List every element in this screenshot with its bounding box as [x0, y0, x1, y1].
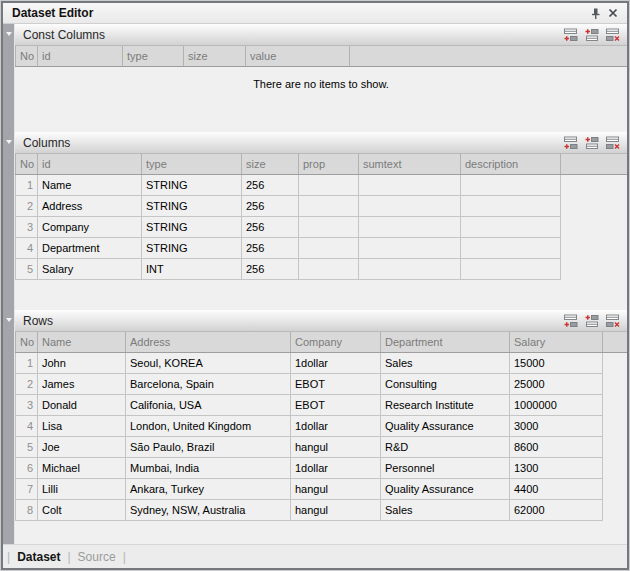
table-row[interactable]: 2 James Barcelona, Spain EBOT Consulting… [16, 373, 628, 394]
cell[interactable]: Personnel [381, 457, 510, 478]
cell[interactable]: Michael [38, 457, 126, 478]
cell[interactable] [359, 174, 461, 195]
delete-row-button[interactable] [604, 26, 622, 43]
cell[interactable]: 256 [242, 174, 299, 195]
cell[interactable] [461, 174, 561, 195]
insert-row-button[interactable] [583, 134, 601, 151]
cell[interactable] [299, 216, 359, 237]
cell[interactable]: Company [38, 216, 142, 237]
column-header[interactable]: prop [299, 154, 359, 174]
column-header[interactable]: sumtext [359, 154, 461, 174]
cell[interactable]: 3000 [510, 415, 603, 436]
cell[interactable] [359, 237, 461, 258]
cell[interactable]: Sydney, NSW, Australia [126, 499, 291, 520]
table-row[interactable]: 7 Lilli Ankara, Turkey hangul Quality As… [16, 478, 628, 499]
column-header[interactable]: type [142, 154, 242, 174]
cell[interactable]: STRING [142, 195, 242, 216]
cell[interactable]: R&D [381, 436, 510, 457]
cell[interactable]: Salary [38, 258, 142, 279]
column-header[interactable]: No [16, 46, 38, 66]
cell[interactable]: 256 [242, 195, 299, 216]
cell[interactable] [359, 195, 461, 216]
add-row-button[interactable] [562, 312, 580, 329]
column-header[interactable]: id [38, 154, 142, 174]
cell[interactable] [359, 258, 461, 279]
table-row[interactable]: 1 John Seoul, KOREA 1dollar Sales 15000 [16, 352, 628, 373]
insert-row-button[interactable] [583, 26, 601, 43]
table-row[interactable]: 8 Colt Sydney, NSW, Australia hangul Sal… [16, 499, 628, 520]
cell[interactable]: Donald [38, 394, 126, 415]
column-header[interactable]: type [123, 46, 184, 66]
cell[interactable]: Name [38, 174, 142, 195]
cell[interactable]: 25000 [510, 373, 603, 394]
cell[interactable]: STRING [142, 216, 242, 237]
cell[interactable]: Address [38, 195, 142, 216]
cell[interactable]: London, United Kingdom [126, 415, 291, 436]
column-header[interactable]: Department [381, 332, 510, 352]
cell[interactable]: Barcelona, Spain [126, 373, 291, 394]
column-header[interactable]: value [246, 46, 350, 66]
tab-dataset[interactable]: Dataset [17, 550, 60, 564]
cell[interactable]: Lilli [38, 478, 126, 499]
cell[interactable]: 256 [242, 216, 299, 237]
cell[interactable]: Seoul, KOREA [126, 352, 291, 373]
cell[interactable]: Quality Assurance [381, 415, 510, 436]
cell[interactable]: Research Institute [381, 394, 510, 415]
column-header[interactable]: size [184, 46, 246, 66]
column-header[interactable]: size [242, 154, 299, 174]
table-row[interactable]: 6 Michael Mumbai, India 1dollar Personne… [16, 457, 628, 478]
cell[interactable] [299, 258, 359, 279]
cell[interactable]: INT [142, 258, 242, 279]
cell[interactable]: Sales [381, 499, 510, 520]
cell[interactable]: Joe [38, 436, 126, 457]
collapse-const-button[interactable] [5, 30, 13, 38]
collapse-columns-button[interactable] [5, 138, 13, 146]
cell[interactable]: 1300 [510, 457, 603, 478]
const-columns-header[interactable]: Const Columns [15, 24, 627, 46]
table-row[interactable]: 5 Salary INT 256 [16, 258, 628, 279]
cell[interactable]: Colt [38, 499, 126, 520]
cell[interactable] [359, 216, 461, 237]
cell[interactable]: hangul [291, 499, 381, 520]
cell[interactable] [299, 237, 359, 258]
cell[interactable]: 1dollar [291, 415, 381, 436]
cell[interactable]: 8600 [510, 436, 603, 457]
cell[interactable]: STRING [142, 174, 242, 195]
column-header[interactable]: description [461, 154, 561, 174]
table-row[interactable]: 3 Company STRING 256 [16, 216, 628, 237]
cell[interactable]: EBOT [291, 373, 381, 394]
cell[interactable]: John [38, 352, 126, 373]
cell[interactable]: hangul [291, 436, 381, 457]
close-button[interactable] [604, 5, 621, 21]
cell[interactable]: hangul [291, 478, 381, 499]
column-header[interactable]: Address [126, 332, 291, 352]
cell[interactable]: STRING [142, 237, 242, 258]
column-header[interactable]: id [38, 46, 123, 66]
collapse-rows-button[interactable] [5, 316, 13, 324]
cell[interactable]: 1dollar [291, 457, 381, 478]
table-row[interactable]: 1 Name STRING 256 [16, 174, 628, 195]
cell[interactable]: 256 [242, 258, 299, 279]
column-header[interactable]: Salary [510, 332, 603, 352]
pin-button[interactable] [587, 5, 604, 21]
cell[interactable] [461, 216, 561, 237]
column-header[interactable]: No [16, 332, 38, 352]
cell[interactable] [299, 195, 359, 216]
table-row[interactable]: 5 Joe São Paulo, Brazil hangul R&D 8600 [16, 436, 628, 457]
cell[interactable]: 4400 [510, 478, 603, 499]
cell[interactable] [461, 258, 561, 279]
cell[interactable]: 1dollar [291, 352, 381, 373]
cell[interactable]: Sales [381, 352, 510, 373]
delete-row-button[interactable] [604, 312, 622, 329]
cell[interactable]: São Paulo, Brazil [126, 436, 291, 457]
column-header[interactable]: Name [38, 332, 126, 352]
table-row[interactable]: 4 Department STRING 256 [16, 237, 628, 258]
column-header[interactable]: Company [291, 332, 381, 352]
rows-header[interactable]: Rows [15, 310, 627, 332]
cell[interactable]: Lisa [38, 415, 126, 436]
cell[interactable]: 15000 [510, 352, 603, 373]
cell[interactable]: Califonia, USA [126, 394, 291, 415]
add-row-button[interactable] [562, 26, 580, 43]
add-row-button[interactable] [562, 134, 580, 151]
cell[interactable]: James [38, 373, 126, 394]
